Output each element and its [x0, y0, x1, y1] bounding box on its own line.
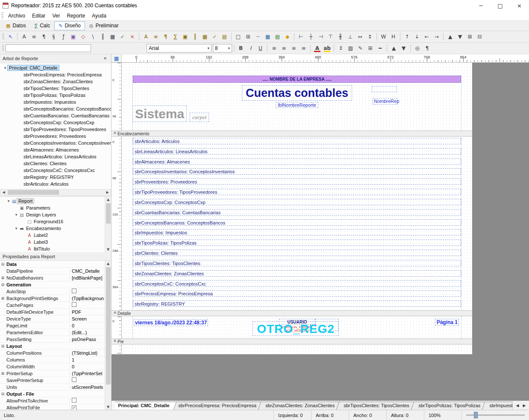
expand-toggle-icon[interactable]: ⊟: [0, 392, 6, 396]
property-row[interactable]: ParametersEditor (Edit...): [0, 329, 105, 336]
property-row[interactable]: DefaultFileDeviceType PDF: [0, 309, 105, 315]
expand-toggle-icon[interactable]: ⊞: [0, 296, 6, 300]
font-name-combo[interactable]: Arial ▾: [147, 44, 212, 52]
object-name-input[interactable]: [6, 44, 91, 52]
subreport-row[interactable]: sbrArticulos: Articulos: [133, 137, 461, 148]
bring-to-front-icon[interactable]: ▲: [445, 32, 455, 41]
tree-item-principal[interactable]: ▾ Principal: CMC_Detalle: [0, 64, 111, 71]
scrollbar-thumb[interactable]: [8, 190, 59, 195]
chevron-down-icon[interactable]: ▾: [205, 46, 209, 50]
align-center-horizontal-icon[interactable]: ┼: [306, 32, 316, 41]
dbmemo-tool-icon[interactable]: ≡: [151, 32, 161, 41]
band-divider-encabezamiento[interactable]: ^ Encabezamiento: [112, 131, 472, 137]
placeholder-box[interactable]: [372, 86, 397, 92]
align-justify-button[interactable]: ≡: [299, 44, 309, 53]
expand-toggle-icon[interactable]: ⊟: [0, 283, 6, 287]
expand-arrow-icon[interactable]: ▾: [3, 66, 8, 70]
tree-node-design-layers[interactable]: ▾ ▤ Design Layers: [0, 211, 105, 218]
show-marks-icon[interactable]: ¶: [422, 44, 432, 53]
checkbox-tool-icon[interactable]: ✓: [118, 32, 127, 41]
tree-vertical-scrollbar[interactable]: ▲ ▼: [105, 197, 111, 252]
property-value[interactable]: 0: [70, 323, 74, 328]
report-tree-item[interactable]: sbrTiposPolizas: TiposPolizas: [0, 92, 111, 99]
zoom-slider[interactable]: [461, 410, 529, 420]
subreport-row[interactable]: sbrImpuestos: Impuestos: [133, 229, 461, 239]
tree-node-label2[interactable]: A Label2: [0, 232, 105, 239]
company-name-label[interactable]: ..... NOMBRE DE LA EMPRESA .....: [133, 76, 461, 83]
scrollbar-thumb[interactable]: [106, 267, 111, 385]
dbrichtext-tool-icon[interactable]: ¶: [161, 32, 170, 41]
subreport-row[interactable]: sbrConceptosBancarios: ConceptosBancos: [133, 219, 461, 229]
sistema-label[interactable]: Sistema: [132, 105, 187, 122]
chevron-down-icon[interactable]: ▾: [226, 46, 230, 50]
send-to-back-icon[interactable]: ▼: [455, 32, 465, 41]
subreport-row[interactable]: sbrZonasClientes: ZonasClientes: [133, 270, 461, 280]
property-value[interactable]: psOnePass: [70, 337, 96, 342]
report-tree-item[interactable]: sbrZonasClientes: ZonasClientes: [0, 78, 111, 85]
band-collapse-icon[interactable]: ^: [112, 339, 118, 344]
border-icon[interactable]: ⊞: [365, 44, 375, 53]
design-tab-tipospolizas[interactable]: sbrTiposPolizas: TiposPolizas: [411, 402, 488, 410]
report-name-label[interactable]: lblNombreReporte: [276, 102, 318, 108]
property-row[interactable]: CachePages: [0, 302, 105, 309]
subreport-row[interactable]: sbrPreciosEmpresa: PreciosEmpresa: [133, 290, 461, 300]
tree-node-parameters[interactable]: ▣ Parameters: [0, 204, 105, 211]
property-row[interactable]: PassSetting psOnePass: [0, 336, 105, 343]
close-button[interactable]: ×: [510, 0, 529, 11]
region-tool-icon[interactable]: □: [233, 32, 243, 41]
report-tree-item[interactable]: sbrConceptosBancarios: ConceptosBancos: [0, 105, 111, 112]
barcode2d-tool-icon[interactable]: ▦: [108, 32, 118, 41]
page-number-label[interactable]: Página 1: [435, 319, 459, 326]
underline-button[interactable]: U: [256, 44, 265, 53]
property-value[interactable]: CMC_Detalle: [70, 268, 100, 274]
property-value[interactable]: (Edit...): [70, 330, 87, 335]
design-tab-principal[interactable]: Principal: CMC_Detalle: [115, 402, 177, 410]
subreport-row[interactable]: sbrProveedores: Proveedores: [133, 178, 461, 188]
subreport-row[interactable]: sbrConceptosInventarios: ConceptosInvent…: [133, 168, 461, 178]
property-row[interactable]: SavePrinterSetup: [0, 377, 105, 384]
zoom-icon[interactable]: ◎: [412, 44, 422, 53]
scrollbar-thumb[interactable]: [106, 203, 111, 224]
space-horizontally-icon[interactable]: ↔: [355, 32, 365, 41]
report-tree-item[interactable]: sbrConceptosCxC: ConceptosCxc: [0, 167, 111, 174]
memo-tool-icon[interactable]: ≡: [29, 32, 39, 41]
barcode-tool-icon[interactable]: ║: [98, 32, 108, 41]
tabs-scroll-left-icon[interactable]: ◀: [514, 403, 520, 408]
report-tree-item[interactable]: sbrAlmacenes: Almacenes: [0, 146, 111, 153]
otro-reg2-label[interactable]: OTRO_REG2: [253, 321, 339, 336]
property-value[interactable]: [ndBlankPage]: [70, 275, 103, 280]
report-tree-item[interactable]: sbrArticulos: Articulos: [0, 181, 111, 187]
scroll-up-icon[interactable]: ▲: [105, 261, 111, 266]
tabs-scroll-right-icon[interactable]: ▶: [521, 403, 527, 408]
line-style-icon[interactable]: ━: [375, 44, 385, 53]
subreport-row[interactable]: sbrTipoProveedores: TiposProveedores: [133, 188, 461, 198]
dbbarcode-tool-icon[interactable]: ║: [190, 32, 200, 41]
report-tree-item[interactable]: sbrConceptosCxp: ConceptosCxp: [0, 119, 111, 126]
space-vertically-icon[interactable]: ↕: [365, 32, 375, 41]
property-row[interactable]: ⊟ Layout: [0, 343, 105, 350]
send-backward-icon[interactable]: ▼: [399, 44, 409, 53]
property-value[interactable]: utScreenPixels: [70, 385, 103, 390]
tree-node-foreground16[interactable]: □ Foreground16: [0, 218, 105, 225]
property-value[interactable]: 1: [70, 357, 74, 362]
property-row[interactable]: PageLimit 0: [0, 322, 105, 329]
tab-datos[interactable]: ▦ Datos: [2, 21, 30, 30]
subreport-row[interactable]: sbrAlmacenes: Almacenes: [133, 158, 461, 168]
report-title-label[interactable]: Cuentas contables: [242, 85, 352, 101]
property-value[interactable]: (TppBackgroun: [70, 296, 104, 301]
design-tab-impuestos[interactable]: sbrImpuestos: Impuestos: [482, 402, 512, 410]
band-collapse-icon[interactable]: ^: [112, 131, 118, 136]
report-tree-item[interactable]: sbrTiposClientes: TiposClientes: [0, 85, 111, 92]
property-row[interactable]: DeviceType Screen: [0, 315, 105, 322]
same-width-icon[interactable]: W: [379, 32, 388, 41]
menu-archivo[interactable]: Archivo: [5, 11, 29, 20]
system-variable-tool-icon[interactable]: §: [49, 32, 59, 41]
menu-ver[interactable]: Ver: [49, 11, 63, 20]
menu-reporte[interactable]: Reporte: [63, 11, 88, 20]
maximize-button[interactable]: □: [491, 0, 510, 11]
report-tree-item[interactable]: sbrProveedores: Proveedores: [0, 133, 111, 140]
bring-forward-icon[interactable]: ▲: [389, 44, 399, 53]
subreport-tool-icon[interactable]: ⊞: [243, 32, 253, 41]
property-row[interactable]: Units utScreenPixels: [0, 384, 105, 391]
align-left-edges-icon[interactable]: ⊢: [296, 32, 306, 41]
